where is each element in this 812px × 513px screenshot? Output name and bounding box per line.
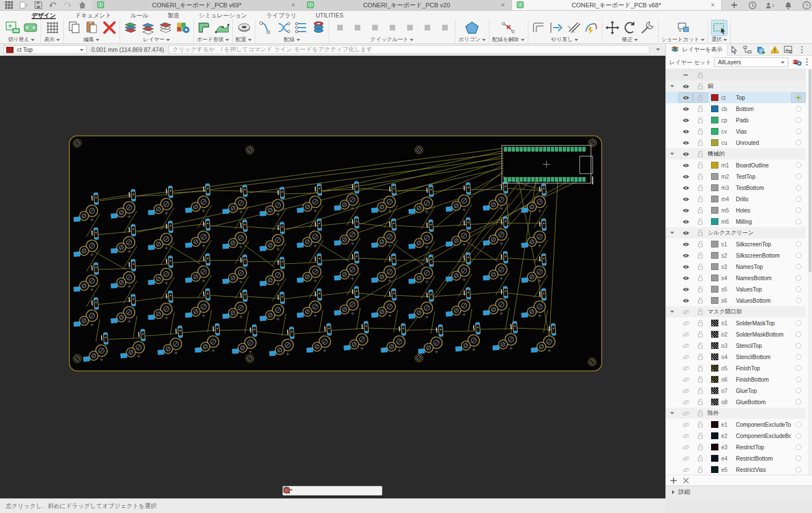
layer-swatch[interactable] xyxy=(708,162,721,169)
layer-swatch[interactable] xyxy=(708,241,721,247)
layer-swatch[interactable] xyxy=(708,376,721,383)
scrollbar[interactable] xyxy=(808,69,812,475)
lock-open-icon[interactable] xyxy=(693,286,708,293)
polygon-icon[interactable] xyxy=(465,20,480,36)
ribbon-group-label[interactable]: ポリゴン xyxy=(458,36,486,43)
lock-open-icon[interactable] xyxy=(693,139,708,146)
layer-row[interactable]: s3NamesTop xyxy=(666,261,806,272)
layer-active-radio[interactable] xyxy=(791,264,806,269)
paste-icon[interactable] xyxy=(84,20,99,36)
save-icon[interactable] xyxy=(34,1,43,10)
layer-row[interactable]: s1SilkscreenTop xyxy=(666,238,806,250)
lock-open-icon[interactable] xyxy=(693,263,708,270)
layer-set-settings-icon[interactable] xyxy=(792,58,802,67)
layer-row[interactable]: e2ComponentExcludeBotto xyxy=(666,430,806,441)
lock-open-icon[interactable] xyxy=(693,421,708,428)
lock-open-icon[interactable] xyxy=(693,252,708,259)
preview-icon[interactable] xyxy=(782,45,795,55)
layer-color-swatch[interactable] xyxy=(711,139,718,146)
layer-active-radio[interactable] xyxy=(791,298,806,303)
close-icon[interactable]: × xyxy=(709,1,717,9)
layer-group-row[interactable]: マスク開口部 xyxy=(666,306,806,317)
layer-color-swatch[interactable] xyxy=(711,331,718,338)
layer-swatch[interactable] xyxy=(708,286,721,293)
eye-visible-icon[interactable] xyxy=(678,253,693,258)
eye-visible-icon[interactable] xyxy=(678,129,693,134)
layer-row[interactable]: o6FinishBottom xyxy=(666,374,806,385)
kebab-icon[interactable] xyxy=(795,45,809,55)
document-tab[interactable]: CONERI_キーボード_PCB v20× xyxy=(302,0,512,10)
layer-color-swatch[interactable] xyxy=(711,117,718,123)
warning-icon[interactable] xyxy=(768,45,782,55)
undo-icon[interactable] xyxy=(48,1,58,10)
toggle-all-visibility-icon[interactable] xyxy=(678,72,693,78)
redo-icon[interactable] xyxy=(63,1,72,10)
layer-row[interactable]: m4Drills xyxy=(666,193,806,205)
eye-hidden-icon[interactable] xyxy=(678,411,693,416)
lock-open-icon[interactable] xyxy=(693,455,708,462)
wrench-icon[interactable] xyxy=(640,20,655,36)
flag-icon[interactable] xyxy=(372,487,379,495)
layer-row[interactable]: s2SilkscreenBottom xyxy=(666,250,806,261)
pcb-canvas[interactable] xyxy=(0,56,665,498)
layer-active-radio[interactable] xyxy=(791,275,806,281)
chevron-down-icon[interactable] xyxy=(666,310,678,313)
eye-hidden-icon[interactable] xyxy=(678,309,693,315)
eye-hidden-icon[interactable] xyxy=(678,343,693,348)
qr-hook-icon[interactable] xyxy=(420,20,435,36)
lock-open-icon[interactable] xyxy=(693,105,708,112)
delete-icon[interactable] xyxy=(102,20,117,36)
layer-active-radio[interactable] xyxy=(791,219,806,224)
layer-row[interactable]: cpPads xyxy=(666,114,806,126)
miter-icon[interactable] xyxy=(531,20,546,36)
lock-open-icon[interactable] xyxy=(693,275,708,281)
layer-color-swatch[interactable] xyxy=(711,207,718,214)
eye-hidden-icon[interactable] xyxy=(678,400,693,405)
home-icon[interactable] xyxy=(78,1,87,10)
eye-visible-icon[interactable] xyxy=(678,287,693,292)
move-icon[interactable] xyxy=(605,20,620,36)
lock-open-icon[interactable] xyxy=(693,151,708,157)
donut-icon[interactable] xyxy=(236,20,251,36)
ribbon-group-label[interactable]: 切り替え xyxy=(8,36,35,43)
help-icon[interactable]: ? xyxy=(802,1,811,10)
layer-active-radio[interactable] xyxy=(791,433,806,439)
layer-color-swatch[interactable] xyxy=(711,128,718,135)
layer-active-radio[interactable] xyxy=(791,117,806,123)
lock-open-icon[interactable] xyxy=(693,466,708,473)
route-manual-icon[interactable] xyxy=(258,20,273,36)
new-tab-plus-icon[interactable] xyxy=(730,1,739,10)
eye-hidden-icon[interactable] xyxy=(678,434,693,439)
ribbon-group-label[interactable]: 表示 xyxy=(44,36,60,43)
ribbon-group-label[interactable]: 編集 xyxy=(83,36,100,43)
layer-active-radio[interactable] xyxy=(791,467,806,472)
layer-row[interactable]: m2TestTop xyxy=(666,171,806,182)
eye-hidden-icon[interactable] xyxy=(678,467,693,472)
layer-config-icon[interactable] xyxy=(175,20,191,36)
via-stack-icon[interactable] xyxy=(311,20,326,36)
close-icon[interactable]: × xyxy=(289,1,297,9)
qr-finish-icon[interactable] xyxy=(385,20,400,36)
board-outline-icon[interactable] xyxy=(197,20,212,36)
eye-icon[interactable] xyxy=(295,487,303,495)
layer-swatch[interactable] xyxy=(708,320,721,326)
layer-color-swatch[interactable] xyxy=(711,320,718,326)
eye-hidden-icon[interactable] xyxy=(678,366,693,371)
eye-hidden-icon[interactable] xyxy=(678,445,693,450)
layer-active-radio[interactable] xyxy=(791,331,806,337)
eye-visible-icon[interactable] xyxy=(678,84,693,89)
layer-color-swatch[interactable] xyxy=(711,444,718,450)
ribbon-group-label[interactable]: ショートカット xyxy=(661,36,705,43)
lock-open-icon[interactable] xyxy=(693,196,708,202)
redo-route-icon[interactable] xyxy=(549,20,564,36)
layer-row[interactable]: o1SolderMaskTop xyxy=(666,317,806,329)
layer-swatch[interactable] xyxy=(708,218,721,225)
layer-active-radio[interactable] xyxy=(791,343,806,348)
lock-open-icon[interactable] xyxy=(693,173,708,180)
layer-color-swatch[interactable] xyxy=(711,286,718,293)
lock-open-icon[interactable] xyxy=(693,229,708,236)
lock-open-icon[interactable] xyxy=(693,184,708,191)
route-multi-icon[interactable] xyxy=(293,20,308,36)
layer-row[interactable]: s6ValuesBottom xyxy=(666,295,806,306)
ribbon-group-label[interactable]: 配線 xyxy=(284,36,301,43)
